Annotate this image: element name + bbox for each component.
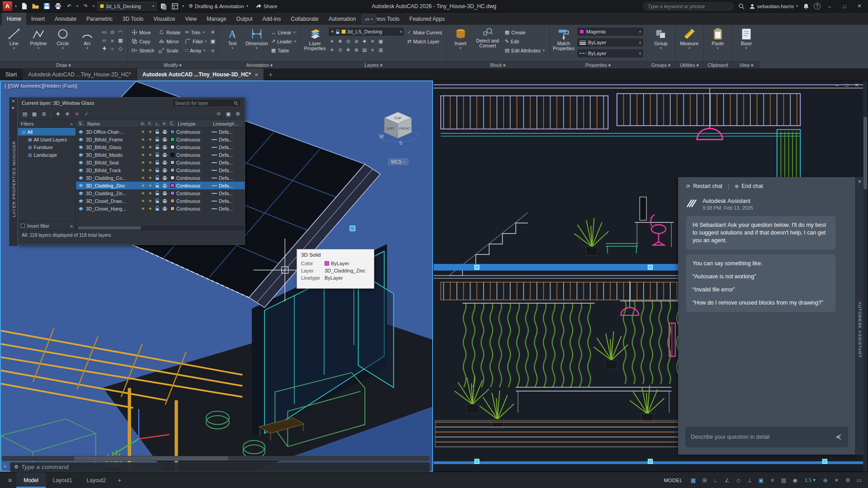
draw-tool-icon[interactable]: ≡ — [108, 37, 116, 44]
layer-lock-icon[interactable] — [154, 145, 161, 150]
layer-freeze-icon[interactable]: ☀ — [146, 145, 154, 150]
plot-icon[interactable] — [53, 2, 62, 11]
layer-freeze-icon[interactable]: ☀ — [146, 199, 154, 203]
layer-tool-icon[interactable]: ⊙ — [336, 46, 344, 53]
vertical-scrollbar[interactable] — [863, 81, 868, 471]
layer-color-chip[interactable] — [168, 130, 176, 134]
modify-tool-icon[interactable]: ▣ — [210, 37, 215, 46]
doc-minimize-button[interactable]: – — [833, 82, 840, 88]
ribbon-tab[interactable]: Parametric — [81, 13, 118, 25]
doc-close-button[interactable]: ✕ — [853, 82, 860, 88]
layer-tool-icon[interactable]: ⊙ — [344, 38, 352, 45]
col-lock[interactable]: L.. — [154, 120, 161, 127]
layer-on-icon[interactable]: ☀ — [139, 160, 146, 165]
ribbon-tab[interactable]: Collaborate — [286, 13, 323, 25]
ribbon-tab[interactable]: 3D Tools — [118, 13, 148, 25]
panel-label-utilities[interactable]: Utilities ▾ — [675, 61, 703, 68]
col-plot[interactable]: P.. — [161, 120, 168, 127]
palette-toolbar-icon[interactable]: ▦ — [30, 110, 38, 118]
layout-menu-icon[interactable]: ≡ — [4, 472, 16, 488]
layer-row[interactable]: 3D_Cladding_Zin... ☀ ☀ Contin — [76, 189, 245, 197]
layer-color-chip[interactable] — [168, 199, 176, 203]
filter-tree-item[interactable]: ▥ Landscape — [18, 151, 75, 159]
status-toggle-icon[interactable]: ⚙ — [843, 475, 853, 485]
layer-lineweight[interactable]: Defa... — [212, 206, 244, 211]
app-logo[interactable]: A — [3, 1, 12, 11]
layer-lock-icon[interactable] — [154, 160, 161, 165]
circle-button[interactable]: Circle▾ — [52, 26, 74, 50]
layer-lock-icon[interactable] — [154, 206, 161, 211]
status-toggle-icon[interactable]: ▭ — [854, 475, 864, 485]
ribbon-display-toggle[interactable]: ▭ ▾ — [362, 14, 376, 23]
ribbon-tab[interactable]: Annotate — [50, 13, 81, 25]
layer-search[interactable] — [172, 99, 241, 107]
layer-linetype[interactable]: Continuous — [176, 198, 212, 204]
panel-label-groups[interactable]: Groups ▾ — [647, 61, 675, 68]
layer-properties-button[interactable]: Layer Properties — [304, 26, 326, 51]
draw-tool-icon[interactable]: ▭ — [100, 28, 108, 36]
layer-on-icon[interactable]: ☀ — [139, 137, 146, 142]
close-tab-icon[interactable]: ✕ — [255, 72, 258, 77]
layer-freeze-icon[interactable]: ☀ — [146, 137, 154, 142]
filter-tree-item[interactable]: ▥ Furniture — [18, 143, 75, 151]
layer-linetype[interactable]: Continuous — [176, 191, 212, 196]
collapse-pane-icon[interactable]: « — [70, 223, 73, 229]
draw-tool-icon[interactable]: ◠ — [117, 28, 124, 36]
layer-color-chip[interactable] — [168, 183, 176, 188]
commandline-close-icon[interactable]: ✕ — [3, 464, 7, 469]
status-toggle-icon[interactable]: ◇ — [733, 475, 744, 485]
layer-color-chip[interactable] — [168, 206, 176, 211]
horizontal-scrollbar[interactable] — [2, 456, 429, 461]
layer-linetype[interactable]: Continuous — [176, 137, 212, 142]
properties-palette-icon[interactable] — [170, 2, 179, 11]
layer-lineweight[interactable]: Defa... — [212, 191, 244, 196]
panel-label-modify[interactable]: Modify ▾ — [127, 61, 218, 68]
rotate-button[interactable]: Rotate — [157, 28, 182, 37]
layer-tool-icon[interactable]: ❄ — [336, 38, 344, 45]
open-file-icon[interactable] — [31, 2, 40, 11]
ribbon-tab[interactable]: Insert — [26, 13, 50, 25]
layer-tool-icon[interactable]: ▥ — [377, 46, 385, 53]
layer-on-icon[interactable]: ☀ — [139, 191, 146, 196]
file-tab-start[interactable]: Start — [0, 69, 23, 80]
share-button[interactable]: Share — [253, 3, 280, 9]
ribbon-tab[interactable]: Automation — [324, 13, 361, 25]
notifications-icon[interactable] — [802, 2, 811, 11]
command-line[interactable]: ⚙ — [10, 462, 430, 472]
model-space-toggle[interactable]: MODEL — [664, 478, 683, 483]
leader-button[interactable]: ↗ Leader▾ — [270, 37, 298, 46]
status-toggle-icon[interactable]: ▦ — [688, 475, 698, 485]
layer-linetype[interactable]: Continuous — [176, 152, 212, 158]
layer-row[interactable]: 3D_Bifold_Seal ☀ ☀ Continuous — [76, 159, 245, 166]
layer-plot-icon[interactable] — [161, 183, 168, 188]
viewport-controls-label[interactable]: [-][SW Isometric][Hidden (Fast)] — [5, 83, 77, 89]
col-color[interactable]: C.. — [168, 120, 176, 127]
layer-lock-icon[interactable] — [154, 168, 161, 173]
layer-tool-icon[interactable]: ⊘ — [353, 38, 360, 45]
layer-palette-titlebar[interactable]: ✕ ▸ LAYER PROPERTIES MANAGER — [9, 97, 18, 246]
layer-row[interactable]: 3D_Bifold_Mastic ☀ ☀ Continuo — [76, 151, 245, 159]
layer-row[interactable]: 3D_Cladding_Zinc ☀ ☀ Continuo — [76, 182, 245, 189]
layer-lineweight[interactable]: Defa... — [212, 160, 244, 165]
layer-lineweight[interactable]: Defa... — [212, 152, 244, 158]
layer-lineweight[interactable]: Defa... — [212, 145, 244, 150]
panel-label-block[interactable]: Block ▾ — [447, 61, 549, 68]
make-current-button[interactable]: ✓ Make Current — [406, 28, 443, 37]
layer-tool-icon[interactable]: ▤ — [361, 46, 368, 53]
layer-tool-icon[interactable]: ❄ — [344, 46, 352, 53]
palette-toolbar-icon[interactable]: ▣ — [224, 110, 232, 118]
layer-row[interactable]: 3D_Bifold_Track ☀ ☀ Continuou — [76, 166, 245, 174]
keyword-search-input[interactable] — [648, 4, 729, 9]
measure-button[interactable]: Measure▾ — [678, 26, 701, 50]
ribbon-tab[interactable]: Add-ins — [258, 13, 286, 25]
layer-tool-icon[interactable]: ▦ — [377, 38, 385, 45]
palette-toolbar-icon[interactable]: ✓ — [82, 110, 90, 118]
status-toggle-icon[interactable]: ∠ — [722, 475, 732, 485]
palette-close-icon[interactable]: ✕ — [9, 99, 17, 103]
layer-linetype[interactable]: Continuous — [176, 160, 212, 165]
layer-freeze-icon[interactable]: ☀ — [146, 160, 154, 165]
col-freeze[interactable]: F.. — [146, 120, 154, 127]
layer-row[interactable]: 3D_Bifold_Glass ☀ ☀ Continuou — [76, 143, 245, 151]
minimize-button[interactable]: – — [824, 1, 835, 11]
save-icon[interactable] — [42, 2, 51, 11]
